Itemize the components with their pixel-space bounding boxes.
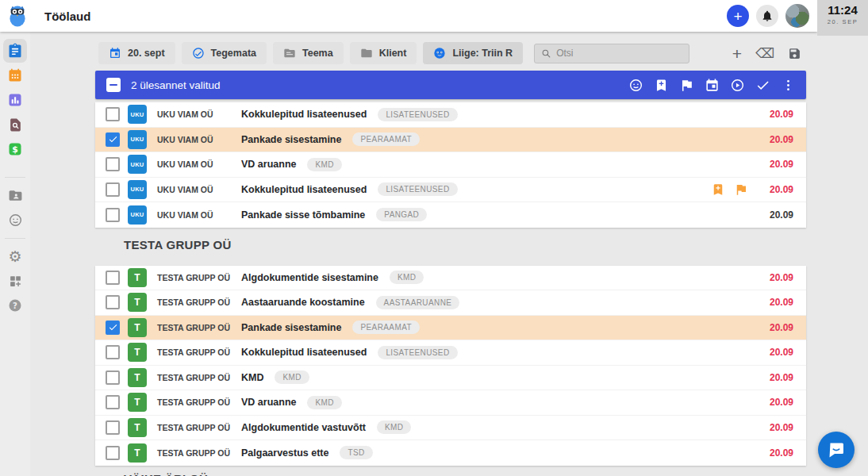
owl-face-icon[interactable] bbox=[628, 78, 643, 93]
calendar-icon bbox=[109, 47, 121, 60]
svg-text:$: $ bbox=[12, 144, 18, 155]
filter-chip-teema[interactable]: Teema bbox=[273, 42, 344, 64]
task-row[interactable]: TTESTA GRUPP OÜPankade sisestaminePEARAA… bbox=[95, 316, 806, 341]
task-tag: LISATEENUSED bbox=[378, 108, 457, 121]
filter-chip-label: Klient bbox=[379, 48, 407, 59]
row-checkbox[interactable] bbox=[106, 208, 120, 222]
task-row[interactable]: TTESTA GRUPP OÜAlgdokumentide sisestamin… bbox=[95, 266, 806, 291]
task-title: KMD bbox=[241, 372, 263, 383]
filter-chip-20-sept[interactable]: 20. sept bbox=[98, 42, 175, 64]
task-row[interactable]: UKUUKU VIAM OÜVD aruanneKMD20.09 bbox=[95, 152, 806, 178]
task-row[interactable]: TTESTA GRUPP OÜPalgaarvestus etteTSD20.0… bbox=[95, 440, 806, 466]
due-date: 20.09 bbox=[757, 322, 793, 333]
check-icon[interactable] bbox=[755, 78, 770, 93]
system-clock: 11:24 20. SEP bbox=[817, 0, 868, 36]
client-name: TESTA GRUPP OÜ bbox=[157, 373, 241, 382]
task-row[interactable]: UKUUKU VIAM OÜKokkulepitud lisateenusedL… bbox=[95, 102, 806, 128]
task-title: Aastaaruande koostamine bbox=[241, 297, 365, 308]
task-tag: PEARAAMAT bbox=[352, 321, 420, 334]
filter-chip-tegemata[interactable]: Tegemata bbox=[182, 42, 267, 64]
row-checkbox[interactable] bbox=[106, 321, 120, 335]
svg-text:?: ? bbox=[13, 301, 17, 310]
calendar-orange-icon bbox=[7, 67, 23, 83]
sidebar-item-apps-plus[interactable] bbox=[3, 269, 27, 293]
task-row[interactable]: TTESTA GRUPP OÜVD aruanneKMD20.09 bbox=[95, 390, 806, 416]
row-checkbox[interactable] bbox=[106, 345, 120, 359]
client-avatar: UKU bbox=[128, 155, 147, 174]
client-avatar: T bbox=[128, 368, 147, 387]
sidebar-item-bar-chart[interactable] bbox=[3, 88, 27, 112]
row-checkbox[interactable] bbox=[106, 295, 120, 309]
sidebar-item-dollar[interactable]: $ bbox=[3, 137, 27, 161]
search-box[interactable] bbox=[534, 44, 689, 63]
client-name: TESTA GRUPP OÜ bbox=[157, 347, 241, 357]
save-icon[interactable] bbox=[788, 47, 801, 60]
row-checkbox[interactable] bbox=[106, 132, 120, 147]
add-button[interactable]: + bbox=[727, 5, 749, 27]
sidebar-item-help[interactable]: ? bbox=[3, 294, 27, 317]
task-title: Kokkulepitud lisateenused bbox=[241, 184, 367, 195]
left-nav-sidebar: $⚙? bbox=[0, 32, 30, 476]
sidebar-item-gear[interactable]: ⚙ bbox=[3, 244, 27, 268]
task-row[interactable]: TTESTA GRUPP OÜKokkulepitud lisateenused… bbox=[95, 340, 806, 366]
filter-chip-label: Tegemata bbox=[211, 48, 256, 59]
task-row[interactable]: UKUUKU VIAM OÜPankade sisestaminePEARAAM… bbox=[95, 128, 806, 153]
sidebar-item-owl-outline[interactable] bbox=[3, 208, 27, 232]
row-checkbox[interactable] bbox=[106, 157, 120, 171]
filter-chip-liige-triin-r[interactable]: Liige: Triin R bbox=[423, 42, 523, 64]
row-checkbox[interactable] bbox=[106, 182, 120, 197]
task-row[interactable]: UKUUKU VIAM OÜPankade sisse tõmbaminePAN… bbox=[95, 202, 806, 228]
task-tag: KMD bbox=[275, 370, 309, 384]
sidebar-item-calendar-orange[interactable] bbox=[3, 63, 27, 87]
client-name: UKU VIAM OÜ bbox=[157, 109, 241, 119]
notifications-button[interactable] bbox=[756, 5, 778, 27]
play-circle-icon[interactable] bbox=[730, 78, 745, 93]
task-tag: KMD bbox=[377, 420, 411, 434]
task-tag: KMD bbox=[307, 158, 341, 171]
row-checkbox[interactable] bbox=[106, 271, 120, 285]
dollar-icon: $ bbox=[7, 141, 23, 157]
bookmark-add-icon bbox=[711, 182, 725, 197]
filter-chip-label: Liige: Triin R bbox=[452, 48, 513, 59]
task-row[interactable]: TTESTA GRUPP OÜKMDKMD20.09 bbox=[95, 366, 806, 391]
search-input[interactable] bbox=[556, 48, 675, 59]
user-avatar[interactable] bbox=[785, 4, 809, 28]
task-tag: LISATEENUSED bbox=[378, 182, 457, 196]
client-avatar: T bbox=[128, 343, 147, 362]
add-icon[interactable]: + bbox=[732, 45, 742, 62]
chat-fab-button[interactable] bbox=[818, 432, 855, 468]
folder-person-icon bbox=[8, 188, 23, 203]
row-checkbox[interactable] bbox=[106, 370, 120, 385]
task-tag: KMD bbox=[307, 396, 341, 409]
sidebar-divider bbox=[5, 238, 25, 239]
sidebar-item-doc-search[interactable] bbox=[3, 113, 27, 136]
filter-chip-label: Teema bbox=[302, 48, 333, 59]
select-all-checkbox[interactable] bbox=[106, 78, 121, 92]
selection-toolbar: 2 ülesannet valitud bbox=[95, 71, 806, 99]
task-row[interactable]: TTESTA GRUPP OÜAlgdokumentide vastuvõttK… bbox=[95, 416, 806, 441]
top-app-bar: Töölaud + bbox=[0, 0, 817, 32]
task-row[interactable]: TTESTA GRUPP OÜAastaaruande koostamineAA… bbox=[95, 290, 806, 316]
row-checkbox[interactable] bbox=[106, 420, 120, 435]
task-tag: KMD bbox=[390, 271, 424, 284]
backspace-icon[interactable]: ⌫ bbox=[755, 47, 774, 60]
client-avatar: T bbox=[128, 418, 147, 437]
section-header: VÄIKE ÄRI OÜ bbox=[95, 466, 806, 476]
sidebar-item-folder-person[interactable] bbox=[3, 183, 27, 207]
task-title: VD aruanne bbox=[241, 159, 296, 170]
row-checkbox[interactable] bbox=[106, 395, 120, 409]
row-checkbox[interactable] bbox=[106, 446, 120, 460]
client-name: UKU VIAM OÜ bbox=[157, 210, 241, 220]
kebab-icon[interactable] bbox=[781, 78, 796, 93]
flag-icon[interactable] bbox=[679, 78, 694, 93]
topic-icon bbox=[283, 47, 296, 60]
section-header: TESTA GRUPP OÜ bbox=[95, 228, 806, 263]
gear-icon: ⚙ bbox=[8, 249, 21, 264]
task-title: VD aruanne bbox=[241, 397, 296, 408]
task-row[interactable]: UKUUKU VIAM OÜKokkulepitud lisateenusedL… bbox=[95, 178, 806, 203]
calendar-icon[interactable] bbox=[705, 78, 720, 93]
bookmark-add-icon[interactable] bbox=[654, 78, 669, 93]
filter-chip-klient[interactable]: Klient bbox=[350, 42, 417, 64]
row-checkbox[interactable] bbox=[106, 107, 120, 121]
sidebar-item-tasks-clipboard[interactable] bbox=[3, 39, 27, 63]
